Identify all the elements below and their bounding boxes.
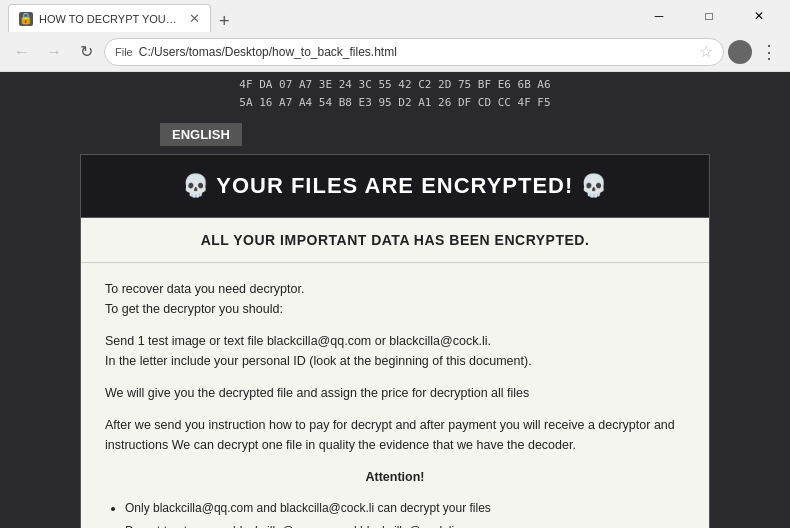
language-bar: ENGLISH (0, 115, 790, 154)
tab-favicon-icon: 🔒 (19, 12, 33, 26)
account-button[interactable] (728, 40, 752, 64)
hex-data-section: 4F DA 07 A7 3E 24 3C 55 42 C2 2D 75 BF E… (0, 72, 790, 115)
body-para1: To recover data you need decryptor.To ge… (105, 279, 685, 319)
maximize-button[interactable]: □ (686, 2, 732, 30)
body-bullet-list: Only blackcilla@qq.com and blackcilla@co… (125, 499, 685, 528)
ransom-header: 💀 YOUR FILES ARE ENCRYPTED! 💀 (81, 155, 709, 218)
new-tab-button[interactable]: + (211, 11, 238, 32)
forward-button[interactable]: → (40, 38, 68, 66)
close-window-button[interactable]: ✕ (736, 2, 782, 30)
body-para4: After we send you instruction how to pay… (105, 415, 685, 455)
titlebar-left: 🔒 HOW TO DECRYPT YOUR FILES ✕ + (8, 0, 238, 32)
body-attention: Attention! (105, 467, 685, 487)
titlebar: 🔒 HOW TO DECRYPT YOUR FILES ✕ + ─ □ ✕ (0, 0, 790, 32)
protocol-label: File (115, 46, 133, 58)
address-input-box[interactable]: File C:/Users/tomas/Desktop/how_to_back_… (104, 38, 724, 66)
tab-bar: 🔒 HOW TO DECRYPT YOUR FILES ✕ + (8, 0, 238, 32)
bullet-item-2: Do not trust anyone blackcilla@qq.com an… (125, 522, 685, 528)
ransom-body: To recover data you need decryptor.To ge… (81, 263, 709, 528)
hex-line1: 4F DA 07 A7 3E 24 3C 55 42 C2 2D 75 BF E… (8, 76, 782, 94)
minimize-button[interactable]: ─ (636, 2, 682, 30)
browser-tab[interactable]: 🔒 HOW TO DECRYPT YOUR FILES ✕ (8, 4, 211, 32)
tab-title: HOW TO DECRYPT YOUR FILES (39, 13, 179, 25)
window-controls: ─ □ ✕ (636, 2, 782, 30)
hex-line2: 5A 16 A7 A4 54 B8 E3 95 D2 A1 26 DF CD C… (8, 94, 782, 112)
bullet-item-1: Only blackcilla@qq.com and blackcilla@co… (125, 499, 685, 518)
bookmark-icon[interactable]: ☆ (699, 42, 713, 61)
body-para2: Send 1 test image or text file blackcill… (105, 331, 685, 371)
back-button[interactable]: ← (8, 38, 36, 66)
tab-close-button[interactable]: ✕ (189, 11, 200, 26)
browser-menu-button[interactable]: ⋮ (756, 41, 782, 63)
url-text: C:/Users/tomas/Desktop/how_to_back_files… (139, 45, 693, 59)
browser-content: 4F DA 07 A7 3E 24 3C 55 42 C2 2D 75 BF E… (0, 72, 790, 528)
body-para3: We will give you the decrypted file and … (105, 383, 685, 403)
reload-button[interactable]: ↻ (72, 38, 100, 66)
ransom-subheader: ALL YOUR IMPORTANT DATA HAS BEEN ENCRYPT… (81, 218, 709, 263)
address-bar: ← → ↻ File C:/Users/tomas/Desktop/how_to… (0, 32, 790, 72)
ransom-card: 💀 YOUR FILES ARE ENCRYPTED! 💀 ALL YOUR I… (80, 154, 710, 528)
language-selector[interactable]: ENGLISH (160, 123, 242, 146)
